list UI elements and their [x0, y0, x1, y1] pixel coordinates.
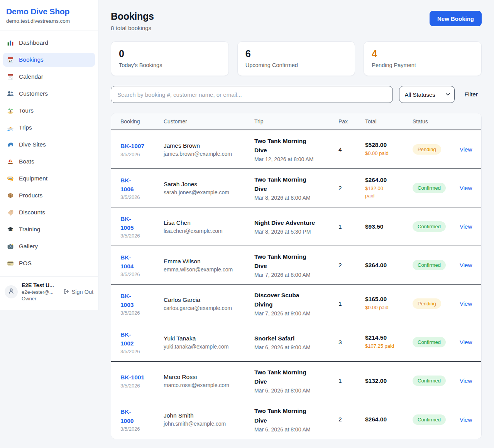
- tag-icon: [7, 209, 14, 216]
- customer-name: James Brown: [164, 142, 254, 149]
- status-badge: Pending: [413, 298, 441, 309]
- trip-datetime: Mar 12, 2026 at 8:00 AM: [254, 156, 338, 162]
- sidebar-item-boats[interactable]: Boats: [3, 155, 95, 168]
- trip-name: Two Tank MorningDive: [254, 175, 338, 194]
- col-header-status: Status: [413, 118, 460, 125]
- trip-name: Two Tank MorningDive: [254, 136, 338, 155]
- sidebar-item-trips[interactable]: Trips: [3, 121, 95, 135]
- sidebar-item-label: Customers: [19, 90, 48, 97]
- booking-link[interactable]: BK-1006: [120, 176, 134, 194]
- sidebar-item-dashboard[interactable]: Dashboard: [3, 36, 95, 50]
- sidebar-item-tours[interactable]: Tours: [3, 104, 95, 118]
- sidebar-nav: Dashboard 17 Bookings Calendar Customers…: [0, 30, 98, 275]
- sidebar-item-products[interactable]: Products: [3, 189, 95, 202]
- diving-mask-icon: [7, 175, 14, 182]
- app-root: Demo Dive Shop demo.test.divestreams.com…: [0, 0, 494, 448]
- filter-button[interactable]: Filter: [461, 88, 482, 101]
- customer-name: John Smith: [164, 412, 254, 419]
- customer-email: john.smith@example.com: [164, 421, 254, 427]
- sidebar-item-training[interactable]: Training: [3, 222, 95, 236]
- pax-count: 1: [338, 377, 365, 384]
- sidebar-item-label: Boats: [19, 158, 34, 165]
- trip-name: Two Tank MorningDive: [254, 406, 338, 425]
- sign-out-icon: [63, 288, 69, 296]
- status-filter-select[interactable]: All Statuses: [399, 86, 455, 103]
- booking-link[interactable]: BK-1002: [120, 330, 134, 348]
- calendar-date-icon: 17: [7, 56, 14, 63]
- trip-datetime: Mar 6, 2026 at 8:00 AM: [254, 387, 338, 394]
- sidebar-item-label: POS: [19, 260, 32, 267]
- trip-datetime: Mar 8, 2026 at 5:30 PM: [254, 229, 338, 235]
- table-row: BK-1002 3/5/2026 Yuki Tanaka yuki.tanaka…: [111, 323, 481, 362]
- sidebar-item-label: Dashboard: [19, 39, 48, 46]
- sidebar-item-discounts[interactable]: Discounts: [3, 205, 95, 219]
- booking-date: 3/5/2026: [120, 271, 164, 277]
- sidebar-item-dive-sites[interactable]: Dive Sites: [3, 138, 95, 152]
- table-row: BK-1007 3/5/2026 James Brown james.brown…: [111, 130, 481, 169]
- booking-link[interactable]: BK-1007: [120, 141, 144, 150]
- pax-count: 2: [338, 262, 365, 269]
- table-header: Booking Customer Trip Pax Total Status: [111, 113, 481, 130]
- booking-link[interactable]: BK-1005: [120, 214, 134, 232]
- booking-link[interactable]: BK-1001: [120, 373, 144, 382]
- trip-datetime: Mar 6, 2026 at 8:00 AM: [254, 426, 338, 433]
- person-icon: [8, 288, 15, 296]
- sidebar-item-pos[interactable]: POS: [3, 256, 95, 270]
- pax-count: 2: [338, 416, 365, 423]
- customer-email: yuki.tanaka@example.com: [164, 344, 254, 350]
- sidebar-item-bookings[interactable]: 17 Bookings: [3, 53, 95, 67]
- booking-date: 3/5/2026: [120, 233, 164, 239]
- stats-row: 0 Today's Bookings 6 Upcoming Confirmed …: [111, 41, 482, 76]
- sign-out-button[interactable]: Sign Out: [63, 288, 93, 296]
- page-header: Bookings 8 total bookings New Booking: [111, 11, 482, 31]
- booking-link[interactable]: BK-1004: [120, 253, 134, 271]
- table-row: BK-1001 3/5/2026 Marco Rossi marco.rossi…: [111, 362, 481, 400]
- sidebar-item-calendar[interactable]: Calendar: [3, 70, 95, 84]
- credit-card-icon: [7, 260, 14, 267]
- speedboat-icon: [7, 124, 14, 131]
- pax-count: 1: [338, 300, 365, 307]
- sidebar-item-label: Discounts: [19, 209, 45, 216]
- total-amount: $264.00: [365, 416, 413, 423]
- customer-name: Yuki Tanaka: [164, 335, 254, 342]
- page-title-block: Bookings 8 total bookings: [111, 11, 154, 31]
- user-role: Owner: [22, 296, 59, 301]
- table-row: BK-1005 3/5/2026 Lisa Chen lisa.chen@exa…: [111, 207, 481, 246]
- stat-value: 0: [119, 48, 221, 59]
- trip-name: Night Dive Adventure: [254, 218, 338, 227]
- shop-name[interactable]: Demo Dive Shop: [6, 7, 92, 16]
- total-amount: $165.00: [365, 296, 413, 303]
- status-badge: Confirmed: [413, 376, 446, 386]
- table-body: BK-1007 3/5/2026 James Brown james.brown…: [111, 130, 481, 439]
- pax-count: 4: [338, 146, 365, 153]
- stat-card: 4 Pending Payment: [364, 41, 482, 76]
- sidebar-item-equipment[interactable]: Equipment: [3, 172, 95, 185]
- paid-amount: $0.00 paid: [365, 150, 413, 157]
- trip-datetime: Mar 8, 2026 at 8:00 AM: [254, 195, 338, 201]
- col-header-customer: Customer: [164, 118, 254, 125]
- stat-card: 0 Today's Bookings: [111, 41, 229, 76]
- sidebar-item-customers[interactable]: Customers: [3, 87, 95, 101]
- stat-value: 6: [245, 48, 347, 59]
- sidebar-item-label: Equipment: [19, 175, 47, 182]
- new-booking-button[interactable]: New Booking: [430, 11, 482, 26]
- people-icon: [7, 90, 14, 97]
- search-input[interactable]: [111, 86, 393, 103]
- status-badge: Pending: [413, 144, 441, 155]
- bar-chart-icon: [7, 39, 14, 46]
- avatar: [5, 285, 18, 298]
- col-header-total: Total: [365, 118, 413, 125]
- island-icon: [7, 107, 14, 114]
- page-title: Bookings: [111, 11, 154, 22]
- sidebar-item-gallery[interactable]: Gallery: [3, 239, 95, 253]
- booking-link[interactable]: BK-1003: [120, 291, 134, 310]
- customer-name: Emma Wilson: [164, 258, 254, 265]
- svg-text:17: 17: [9, 59, 12, 62]
- sidebar-item-label: Tours: [19, 107, 34, 114]
- booking-link[interactable]: BK-1000: [120, 407, 134, 425]
- stat-label: Upcoming Confirmed: [245, 62, 347, 68]
- user-name: E2E Test U...: [22, 282, 59, 288]
- booking-date: 3/5/2026: [120, 383, 164, 389]
- package-icon: [7, 192, 14, 199]
- pax-count: 1: [338, 223, 365, 230]
